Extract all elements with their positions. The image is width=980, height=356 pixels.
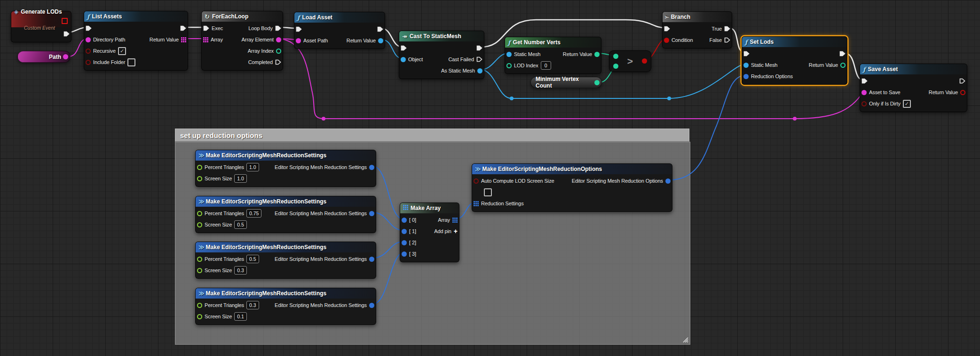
get-number-verts-pin-lod-index[interactable] (506, 63, 512, 68)
load-asset-header[interactable]: ƒLoad Asset (294, 12, 385, 23)
cast-to-staticmesh-pin-as-static-mesh[interactable] (477, 68, 482, 73)
cast-to-staticmesh-pin-object[interactable] (401, 57, 406, 62)
foreachloop-pin-loop-body[interactable] (275, 25, 281, 31)
node-make-reduction-settings-4[interactable]: ≫Make EditorScriptingMeshReductionSettin… (195, 288, 376, 325)
reroute-node[interactable] (510, 97, 514, 100)
cast-to-staticmesh-header[interactable]: ↠Cast To StaticMesh (399, 31, 484, 41)
reroute-node[interactable] (322, 117, 325, 121)
list-assets-pin-return-value[interactable] (181, 37, 186, 42)
node-minimum-vertex-count[interactable]: Minimum Vertex Count (530, 77, 602, 88)
node-make-reduction-options[interactable]: ≫Make EditorScriptingMeshReductionOption… (472, 163, 672, 212)
make-array-add-pin-add-pin-icon[interactable]: + (454, 228, 458, 234)
list-assets-pin-directory-path[interactable] (86, 37, 91, 42)
set-lods-header[interactable]: ƒSet Lods (742, 37, 847, 47)
get-number-verts-pin-return-value[interactable] (594, 52, 600, 57)
reroute-node[interactable] (793, 117, 797, 121)
make-reduction-settings-4-pin-editor-scripting-mesh-reduction-settings[interactable] (369, 303, 374, 308)
wire-make-reduction-options-out--set-lods-reduction-options[interactable] (670, 75, 745, 180)
node-make-reduction-settings-3[interactable]: ≫Make EditorScriptingMeshReductionSettin… (195, 242, 376, 279)
cast-to-staticmesh-pin-exec-in[interactable] (401, 45, 407, 51)
make-reduction-settings-2-pin-screen-size[interactable] (197, 222, 202, 227)
load-asset-pin-exec-in[interactable] (296, 26, 302, 32)
reroute-node[interactable] (667, 97, 671, 100)
make-reduction-settings-3-percent-triangles-input[interactable]: 0.5 (246, 255, 259, 263)
node-set-lods[interactable]: ƒSet LodsStatic MeshReturn ValueReductio… (742, 36, 847, 85)
make-reduction-options-ctrl-checkbox[interactable] (484, 188, 492, 196)
make-array-pin-1[interactable] (402, 229, 407, 234)
set-lods-pin-exec-out[interactable] (839, 51, 846, 57)
make-reduction-settings-1-header[interactable]: ≫Make EditorScriptingMeshReductionSettin… (196, 150, 376, 161)
make-reduction-settings-3-screen-size-input[interactable]: 0.3 (234, 266, 247, 275)
make-reduction-settings-4-percent-triangles-input[interactable]: 0.3 (246, 301, 259, 309)
set-lods-pin-reduction-options[interactable] (743, 74, 749, 79)
make-array-pin-0[interactable] (402, 218, 407, 223)
make-reduction-settings-1-screen-size-input[interactable]: 1.0 (234, 174, 247, 183)
set-lods-pin-return-value[interactable] (840, 63, 846, 68)
wire-make-reduction-settings-2-out--make-array-item-1[interactable] (372, 212, 403, 230)
foreachloop-pin-array-index[interactable] (276, 49, 281, 54)
list-assets-pin-recursive[interactable] (86, 49, 91, 54)
save-asset-pin-exec-out[interactable] (959, 78, 965, 84)
save-asset-pin-return-value[interactable] (960, 90, 965, 95)
make-reduction-options-header[interactable]: ≫Make EditorScriptingMeshReductionOption… (472, 164, 672, 174)
node-make-array[interactable]: Make Array[ 0]Array[ 1]Add pin+[ 2][ 3] (400, 202, 459, 262)
make-reduction-settings-3-pin-percent-triangles[interactable] (197, 257, 202, 262)
path-pin-out[interactable] (63, 54, 68, 59)
branch-pin-true[interactable] (724, 26, 730, 32)
make-reduction-settings-1-pin-screen-size[interactable] (197, 176, 202, 181)
branch-pin-condition[interactable] (664, 38, 669, 43)
list-assets-recursive-checkbox[interactable]: ✓ (118, 47, 126, 55)
greater-pin-in-1[interactable] (613, 64, 618, 69)
generate-lods-header[interactable]: ◈Generate LODsCustom Event (11, 11, 71, 27)
make-reduction-settings-3-pin-editor-scripting-mesh-reduction-settings[interactable] (369, 257, 374, 262)
make-reduction-settings-1-pin-percent-triangles[interactable] (197, 165, 202, 170)
load-asset-pin-exec-out[interactable] (377, 26, 383, 32)
make-reduction-settings-2-percent-triangles-input[interactable]: 0.75 (246, 209, 261, 218)
branch-header[interactable]: YBranch (663, 12, 732, 22)
make-reduction-settings-2-screen-size-input[interactable]: 0.5 (234, 220, 247, 229)
graph-canvas[interactable]: set up reduction options ◈Generate LODsC… (0, 0, 980, 356)
branch-pin-false[interactable] (724, 37, 730, 43)
make-reduction-settings-4-screen-size-input[interactable]: 0.1 (234, 312, 247, 321)
greater-pin-out[interactable] (642, 58, 647, 64)
set-lods-pin-static-mesh[interactable] (743, 63, 749, 68)
make-reduction-options-pin-auto-compute-lod-screen-size[interactable] (474, 178, 479, 184)
make-reduction-settings-2-pin-percent-triangles[interactable] (197, 211, 202, 216)
save-asset-header[interactable]: ƒSave Asset (860, 64, 967, 74)
greater-pin-in-0[interactable] (613, 54, 618, 59)
make-array-pin-2[interactable] (402, 240, 407, 245)
make-reduction-settings-4-pin-screen-size[interactable] (197, 314, 202, 319)
get-number-verts-header[interactable]: ƒGet Number Verts (505, 37, 601, 48)
node-path[interactable]: Path (17, 51, 71, 63)
generate-lods-pin-exec-out[interactable] (63, 31, 70, 37)
foreachloop-header[interactable]: ↻ForEachLoop (202, 11, 283, 22)
save-asset-only-if-is-dirty-checkbox[interactable]: ✓ (903, 100, 911, 108)
wire-make-reduction-settings-1-out--make-array-item-0[interactable] (372, 166, 403, 219)
list-assets-pin-include-folder[interactable] (86, 60, 91, 65)
make-reduction-settings-3-pin-screen-size[interactable] (197, 268, 202, 273)
make-reduction-options-pin-editor-scripting-mesh-reduction-options[interactable] (665, 178, 671, 184)
make-array-pin-3[interactable] (402, 251, 407, 257)
node-make-reduction-settings-2[interactable]: ≫Make EditorScriptingMeshReductionSettin… (195, 196, 376, 233)
load-asset-pin-asset-path[interactable] (296, 38, 301, 43)
list-assets-header[interactable]: ƒList Assets (84, 11, 188, 22)
foreachloop-pin-array[interactable] (203, 37, 208, 42)
make-reduction-settings-3-header[interactable]: ≫Make EditorScriptingMeshReductionSettin… (196, 242, 376, 252)
get-number-verts-pin-static-mesh[interactable] (506, 52, 512, 57)
save-asset-pin-asset-to-save[interactable] (861, 90, 867, 95)
foreachloop-pin-array-element[interactable] (276, 37, 281, 42)
node-branch[interactable]: YBranchTrueConditionFalse (662, 11, 732, 49)
minimum-vertex-count-pin-out[interactable] (594, 80, 600, 85)
make-reduction-settings-2-pin-editor-scripting-mesh-reduction-settings[interactable] (369, 211, 374, 216)
make-reduction-settings-4-header[interactable]: ≫Make EditorScriptingMeshReductionSettin… (196, 288, 376, 299)
node-cast-to-staticmesh[interactable]: ↠Cast To StaticMeshObjectCast FailedAs S… (399, 31, 484, 79)
load-asset-pin-return-value[interactable] (378, 38, 383, 43)
node-list-assets[interactable]: ƒList AssetsDirectory PathReturn ValueRe… (84, 11, 188, 71)
make-reduction-settings-1-pin-editor-scripting-mesh-reduction-settings[interactable] (369, 165, 374, 170)
cast-to-staticmesh-pin-cast-failed[interactable] (476, 57, 482, 62)
make-array-pin-array[interactable] (452, 218, 458, 223)
get-number-verts-lod-index-input[interactable]: 0 (541, 61, 551, 70)
make-reduction-settings-1-percent-triangles-input[interactable]: 1.0 (246, 163, 259, 171)
foreachloop-pin-exec[interactable] (203, 25, 209, 31)
set-lods-pin-exec-in[interactable] (743, 51, 750, 57)
